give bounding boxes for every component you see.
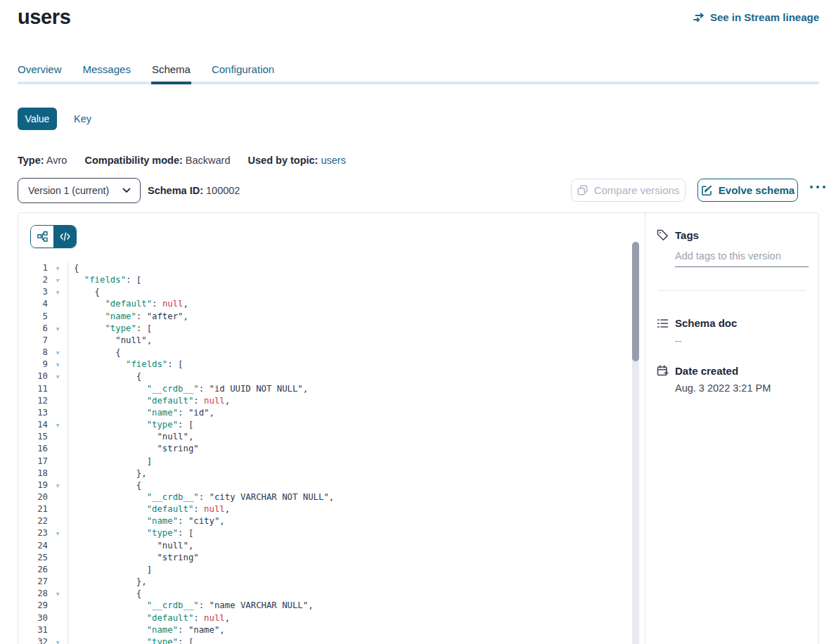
- code-line: 12 "default": null,: [18, 395, 634, 407]
- code-line: 21 "default": null,: [18, 503, 634, 515]
- fold-arrow-icon[interactable]: ▾: [48, 588, 68, 600]
- schema-panel: 1▾{2▾ "fields": [3▾ {4 "default": null,5…: [18, 212, 819, 644]
- code-text: "__crdb__": "city VARCHAR NOT NULL",: [68, 491, 334, 503]
- date-created-value: Aug. 3 2022 3:21 PM: [675, 382, 809, 394]
- used-by-topic-label: Used by topic:: [248, 155, 319, 166]
- editor-scrollbar-track[interactable]: [632, 242, 639, 644]
- code-view-button[interactable]: [53, 226, 76, 247]
- code-line: 16 "string": [18, 443, 634, 455]
- line-number: 18: [18, 468, 48, 479]
- fold-spacer: [48, 515, 68, 527]
- compare-versions-button[interactable]: Compare versions: [571, 179, 686, 202]
- version-select-value: Version 1 (current): [28, 185, 109, 196]
- code-text: "name": "name",: [68, 624, 225, 636]
- compatibility-label: Compatibility mode:: [84, 155, 182, 166]
- line-number: 32: [18, 636, 48, 644]
- more-options-button[interactable]: [806, 181, 830, 193]
- code-line: 31 "name": "name",: [18, 624, 634, 636]
- code-text: "default": null,: [68, 298, 188, 310]
- line-number: 11: [18, 383, 48, 395]
- code-text: {: [68, 479, 141, 491]
- fold-arrow-icon[interactable]: ▾: [48, 527, 68, 539]
- fold-arrow-icon[interactable]: ▾: [48, 286, 68, 298]
- key-toggle-button[interactable]: Key: [74, 113, 91, 124]
- code-line: 4 "default": null,: [18, 298, 634, 310]
- schema-meta-row: Type: Avro Compatibility mode: Backward …: [18, 155, 361, 166]
- schema-editor: 1▾{2▾ "fields": [3▾ {4 "default": null,5…: [18, 213, 645, 644]
- page-title: users: [18, 6, 70, 29]
- schema-sidebar: Tags Schema doc --: [645, 213, 818, 644]
- fold-arrow-icon[interactable]: ▾: [48, 359, 68, 371]
- fold-arrow-icon[interactable]: ▾: [48, 636, 68, 644]
- line-number: 21: [18, 503, 48, 515]
- chevron-down-icon: [122, 188, 131, 193]
- code-text: "type": [: [68, 419, 193, 431]
- tab-configuration[interactable]: Configuration: [212, 63, 274, 76]
- editor-scrollbar-thumb[interactable]: [632, 242, 639, 361]
- fold-spacer: [48, 431, 68, 443]
- topic-link[interactable]: users: [321, 155, 345, 166]
- code-text: "string": [68, 552, 199, 564]
- code-line: 25 "string": [18, 552, 634, 564]
- line-number: 30: [18, 612, 48, 624]
- fold-arrow-icon[interactable]: ▾: [48, 347, 68, 359]
- line-number: 25: [18, 552, 48, 564]
- schema-id: Schema ID: 100002: [148, 185, 240, 196]
- edit-icon: [701, 185, 712, 196]
- schema-id-value: 100002: [206, 185, 240, 196]
- fold-arrow-icon[interactable]: ▾: [48, 323, 68, 335]
- version-select[interactable]: Version 1 (current): [18, 178, 141, 203]
- fold-arrow-icon[interactable]: ▾: [48, 371, 68, 382]
- fold-spacer: [48, 552, 68, 564]
- stream-lineage-link[interactable]: See in Stream lineage: [693, 11, 819, 23]
- schema-id-label: Schema ID:: [148, 185, 203, 196]
- code-line: 5 "name": "after",: [18, 311, 634, 323]
- copy-icon: [577, 185, 588, 195]
- line-number: 9: [18, 359, 48, 371]
- fold-spacer: [48, 443, 68, 455]
- line-number: 1: [18, 262, 48, 274]
- line-number: 8: [18, 347, 48, 359]
- code-line: 30 "default": null,: [18, 612, 634, 624]
- fold-spacer: [48, 564, 68, 576]
- tree-view-icon: [37, 231, 48, 242]
- line-number: 5: [18, 311, 48, 323]
- line-number: 29: [18, 600, 48, 612]
- fold-spacer: [48, 600, 68, 612]
- fold-arrow-icon[interactable]: ▾: [48, 419, 68, 431]
- fold-spacer: [48, 395, 68, 407]
- fold-arrow-icon[interactable]: ▾: [48, 479, 68, 491]
- fold-arrow-icon[interactable]: ▾: [48, 274, 68, 286]
- evolve-schema-button[interactable]: Evolve schema: [697, 179, 798, 202]
- code-line: 24 "null",: [18, 540, 634, 552]
- tab-schema[interactable]: Schema: [152, 63, 191, 76]
- fold-spacer: [48, 311, 68, 323]
- code-line: 9▾ "fields": [: [18, 359, 634, 371]
- fold-spacer: [48, 383, 68, 395]
- line-number: 12: [18, 395, 48, 407]
- code-lines: 1▾{2▾ "fields": [3▾ {4 "default": null,5…: [18, 262, 634, 644]
- code-text: "name": "after",: [68, 311, 188, 323]
- code-text: {: [68, 262, 79, 274]
- code-line: 22 "name": "city",: [18, 515, 634, 527]
- fold-spacer: [48, 576, 68, 588]
- code-line: 3▾ {: [18, 286, 634, 298]
- code-text: "fields": [: [68, 359, 184, 371]
- code-line: 15 "null",: [18, 431, 634, 443]
- line-number: 20: [18, 491, 48, 503]
- tree-view-button[interactable]: [31, 226, 53, 247]
- fold-arrow-icon[interactable]: ▾: [48, 262, 68, 274]
- code-line: 26 ]: [18, 564, 634, 576]
- tab-overview[interactable]: Overview: [18, 63, 62, 76]
- line-number: 27: [18, 576, 48, 588]
- schema-doc-value: --: [675, 335, 809, 347]
- add-tags-input[interactable]: [675, 250, 809, 267]
- tag-icon: [657, 229, 669, 241]
- tab-track: [18, 82, 819, 84]
- stream-lineage-label: See in Stream lineage: [710, 11, 819, 23]
- value-toggle-button[interactable]: Value: [18, 108, 57, 130]
- fold-spacer: [48, 624, 68, 636]
- tab-messages[interactable]: Messages: [83, 63, 131, 76]
- code-line: 1▾{: [18, 262, 634, 274]
- fold-spacer: [48, 503, 68, 515]
